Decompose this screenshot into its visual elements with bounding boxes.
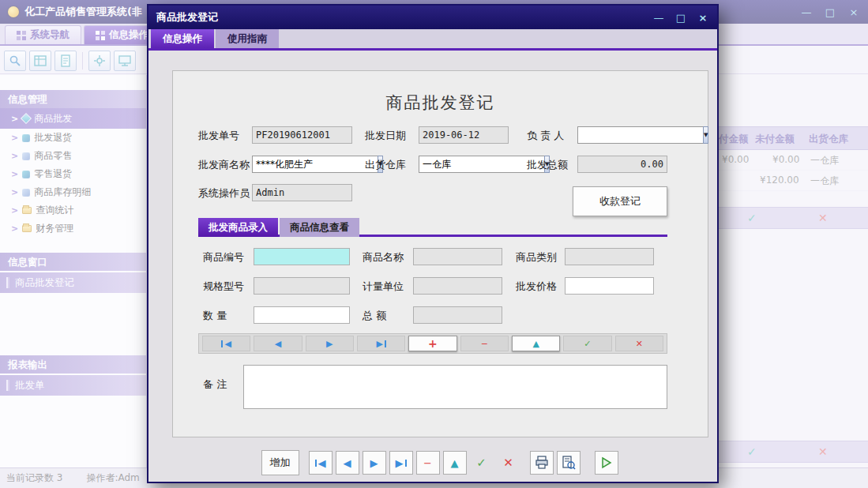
cross-icon: ✕ <box>503 456 513 470</box>
field-label-total: 批发总额 <box>527 156 568 172</box>
tab-product-entry[interactable]: 批发商品录入 <box>198 218 278 237</box>
cancel-button[interactable]: ✕ <box>497 451 520 475</box>
first-record-button[interactable]: ◀ <box>309 451 333 475</box>
cancel-button[interactable]: ✕ <box>615 336 663 351</box>
tab-information-operations[interactable]: 信息操作 <box>151 29 214 48</box>
order-no-field[interactable] <box>252 126 352 144</box>
execute-button[interactable] <box>595 451 618 475</box>
check-icon: ✓ <box>476 456 487 470</box>
receipt-registration-button[interactable]: 收款登记 <box>573 186 667 216</box>
maximize-icon[interactable]: □ <box>674 12 687 24</box>
dialog-title: 商品批发登记 <box>156 10 218 24</box>
field-label-unit: 计量单位 <box>363 277 404 294</box>
product-category-field[interactable] <box>565 248 654 265</box>
total-amount-field[interactable] <box>577 156 667 173</box>
field-label-quantity: 数 量 <box>203 306 227 323</box>
spec-field[interactable] <box>254 277 350 295</box>
page-title: 商品批发登记 <box>173 92 708 114</box>
field-label-operator: 系统操作员 <box>198 184 250 201</box>
add-record-button[interactable]: + <box>408 336 457 351</box>
confirm-button[interactable]: ✓ <box>563 336 611 351</box>
wholesaler-field[interactable] <box>252 156 378 173</box>
field-label-spec: 规格型号 <box>203 277 244 294</box>
preview-button[interactable] <box>557 451 581 475</box>
record-navigator: ◀ ◀ ▶ ▶ + − ▲ ✓ ✕ <box>198 333 667 354</box>
first-icon: ◀ <box>318 457 326 469</box>
field-label-warehouse: 出货仓库 <box>365 156 406 172</box>
minus-icon: − <box>481 339 488 349</box>
field-label-product-category: 商品类别 <box>516 248 557 265</box>
delete-record-button[interactable]: − <box>416 451 440 475</box>
warehouse-field[interactable] <box>419 156 544 173</box>
previous-icon: ◀ <box>275 339 281 349</box>
dialog-tabs: 信息操作 使用指南 <box>148 29 717 51</box>
bar-icon <box>385 340 386 347</box>
next-icon: ▶ <box>326 339 333 349</box>
last-icon: ▶ <box>396 457 404 469</box>
first-record-button[interactable]: ◀ <box>202 336 250 351</box>
field-label-manager: 负 责 人 <box>527 126 564 143</box>
field-label-wholesaler: 批发商名称 <box>198 156 250 172</box>
warehouse-combobox[interactable]: ▼ <box>419 156 509 173</box>
field-label-order-no: 批发单号 <box>198 126 239 143</box>
field-label-remark: 备 注 <box>203 377 227 392</box>
edit-icon: ▲ <box>532 339 539 349</box>
product-name-field[interactable] <box>413 248 502 265</box>
first-icon: ◀ <box>224 339 231 349</box>
next-icon: ▶ <box>370 457 378 469</box>
tab-user-guide[interactable]: 使用指南 <box>216 29 279 48</box>
manager-field[interactable] <box>577 126 703 144</box>
dialog-titlebar: 商品批发登记 — □ × <box>148 6 717 29</box>
remark-textarea[interactable] <box>243 365 667 409</box>
price-field[interactable] <box>565 277 654 295</box>
minimize-icon[interactable]: — <box>652 12 665 24</box>
preview-icon <box>562 456 576 470</box>
check-icon: ✓ <box>584 339 591 349</box>
bar-icon <box>315 460 317 467</box>
edit-record-button[interactable]: ▲ <box>443 451 467 475</box>
cross-icon: ✕ <box>636 339 643 349</box>
play-icon <box>600 456 613 469</box>
next-record-button[interactable]: ▶ <box>363 451 386 475</box>
chevron-down-icon[interactable]: ▼ <box>703 126 708 144</box>
field-label-date: 批发日期 <box>365 126 406 143</box>
tab-product-view[interactable]: 商品信息查看 <box>280 218 359 237</box>
dialog-window-controls: — □ × <box>652 12 709 24</box>
printer-icon <box>535 456 549 470</box>
add-button[interactable]: 增加 <box>261 450 299 475</box>
next-record-button[interactable]: ▶ <box>306 336 354 351</box>
dialog-bottom-bar: 增加 ◀ ◀ ▶ ▶ − ▲ ✓ ✕ <box>172 449 708 476</box>
field-label-product-name: 商品名称 <box>363 248 404 265</box>
edit-icon: ▲ <box>451 457 459 469</box>
manager-combobox[interactable]: ▼ <box>577 126 667 144</box>
dialog-wholesale-registration: 商品批发登记 — □ × 信息操作 使用指南 商品批发登记 批发单号 批发日期 … <box>147 4 719 483</box>
confirm-button[interactable]: ✓ <box>470 451 494 475</box>
product-tabs: 批发商品录入 商品信息查看 <box>198 218 667 237</box>
close-icon[interactable]: × <box>697 12 709 24</box>
form-panel: 商品批发登记 批发单号 批发日期 负 责 人 ▼ 批发商名称 ▼ 出货仓库 <box>172 70 708 437</box>
operator-field[interactable] <box>252 184 352 201</box>
minus-icon: − <box>423 457 432 469</box>
last-record-button[interactable]: ▶ <box>357 336 405 351</box>
field-label-price: 批发价格 <box>516 277 557 294</box>
dialog-body: 商品批发登记 批发单号 批发日期 负 责 人 ▼ 批发商名称 ▼ 出货仓库 <box>148 51 717 480</box>
plus-icon: + <box>428 337 438 350</box>
previous-record-button[interactable]: ◀ <box>336 451 359 475</box>
unit-field[interactable] <box>413 277 502 295</box>
bar-icon <box>405 460 407 467</box>
product-code-field[interactable] <box>254 248 350 265</box>
delete-record-button[interactable]: − <box>460 336 509 351</box>
print-button[interactable] <box>530 451 554 475</box>
quantity-field[interactable] <box>254 306 350 324</box>
date-field[interactable] <box>419 126 509 144</box>
edit-record-button[interactable]: ▲ <box>512 336 560 351</box>
wholesaler-combobox[interactable]: ▼ <box>252 156 352 173</box>
last-record-button[interactable]: ▶ <box>389 451 413 475</box>
screen: 化工产品销售管理系统(非 — □ × 系统导航 信息操作 <box>0 0 868 488</box>
amount-field[interactable] <box>413 306 502 324</box>
field-label-product-code: 商品编号 <box>203 248 244 265</box>
field-label-amount: 总 额 <box>363 306 386 323</box>
last-icon: ▶ <box>376 339 382 349</box>
bar-icon <box>221 340 223 347</box>
previous-record-button[interactable]: ◀ <box>254 336 302 351</box>
